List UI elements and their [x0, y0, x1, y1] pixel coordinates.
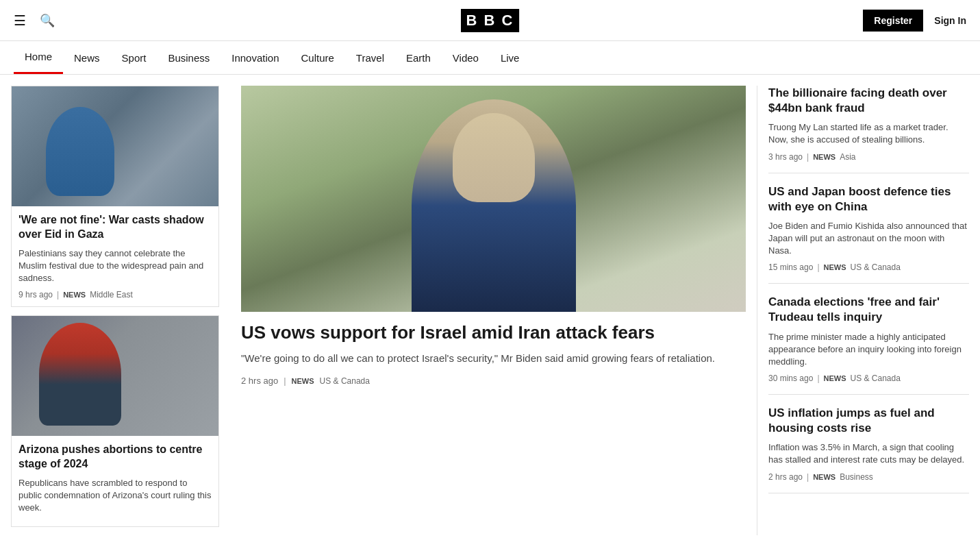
card-gaza-separator: |: [57, 290, 59, 299]
right-article-0-description: Truong My Lan started life as a market t…: [768, 121, 969, 146]
card-arizona-description: Republicans have scrambled to respond to…: [18, 477, 212, 515]
right-article-2-sep: |: [817, 374, 819, 383]
right-article-2-meta: 30 mins ago | NEWS US & Canada: [768, 374, 969, 383]
right-article-0-category: Asia: [840, 152, 855, 162]
right-article-0-meta: 3 hrs ago | NEWS Asia: [768, 152, 969, 162]
card-gaza-meta: 9 hrs ago | NEWS Middle East: [18, 290, 212, 299]
right-article-1-title: US and Japan boost defence ties with eye…: [768, 184, 969, 215]
right-article-0-time: 3 hrs ago: [768, 152, 803, 162]
card-arizona-content: Arizona pushes abortions to centre stage…: [12, 436, 218, 526]
card-gaza-content: 'We are not fine': War casts shadow over…: [12, 206, 218, 306]
register-button[interactable]: Register: [863, 10, 923, 32]
card-gaza-description: Palestinians say they cannot celebrate t…: [18, 247, 212, 285]
center-article-time: 2 hrs ago: [241, 376, 278, 386]
right-article-0-title: The billionaire facing death over $44bn …: [768, 86, 969, 116]
card-gaza[interactable]: 'We are not fine': War casts shadow over…: [11, 86, 219, 307]
right-article-1[interactable]: US and Japan boost defence ties with eye…: [768, 173, 969, 284]
right-article-2-tag: NEWS: [824, 374, 846, 382]
right-article-2-description: The prime minister made a highly anticip…: [768, 331, 969, 369]
nav-item-culture[interactable]: Culture: [290, 42, 345, 73]
header: ☰ 🔍 B B C Register Sign In: [0, 0, 980, 41]
right-article-0-sep: |: [807, 152, 809, 162]
bbc-logo-text: B B C: [461, 9, 520, 32]
right-article-2-category: US & Canada: [851, 374, 901, 383]
right-article-0-tag: NEWS: [813, 153, 835, 161]
card-gaza-image: [12, 86, 218, 206]
right-article-2-time: 30 mins ago: [768, 374, 813, 383]
center-article-title[interactable]: US vows support for Israel amid Iran att…: [241, 321, 746, 344]
nav-item-business[interactable]: Business: [157, 42, 221, 73]
right-article-1-sep: |: [817, 262, 819, 272]
center-article-tag: NEWS: [292, 377, 314, 385]
menu-icon[interactable]: ☰: [14, 12, 26, 29]
main-content: 'We are not fine': War casts shadow over…: [0, 75, 980, 538]
right-article-3-title: US inflation jumps as fuel and housing c…: [768, 406, 969, 436]
card-gaza-tag: NEWS: [63, 291, 86, 299]
nav-item-innovation[interactable]: Innovation: [221, 42, 290, 73]
header-left: ☰ 🔍: [14, 12, 55, 29]
right-article-3-category: Business: [840, 472, 873, 482]
right-article-3-meta: 2 hrs ago | NEWS Business: [768, 472, 969, 482]
nav-item-home[interactable]: Home: [14, 41, 63, 74]
header-right: Register Sign In: [863, 10, 966, 32]
center-column: US vows support for Israel amid Iran att…: [230, 86, 757, 535]
nav-item-travel[interactable]: Travel: [345, 42, 395, 73]
right-article-3[interactable]: US inflation jumps as fuel and housing c…: [768, 395, 969, 493]
right-article-3-time: 2 hrs ago: [768, 472, 803, 482]
right-article-2-title: Canada elections 'free and fair' Trudeau…: [768, 295, 969, 325]
nav: Home News Sport Business Innovation Cult…: [0, 41, 980, 75]
card-gaza-title: 'We are not fine': War casts shadow over…: [18, 213, 212, 242]
card-gaza-time: 9 hrs ago: [18, 290, 53, 299]
search-icon[interactable]: 🔍: [40, 13, 55, 28]
nav-item-video[interactable]: Video: [442, 42, 490, 73]
center-article-meta: 2 hrs ago | NEWS US & Canada: [241, 376, 746, 386]
right-column: The billionaire facing death over $44bn …: [757, 86, 969, 535]
card-arizona[interactable]: Arizona pushes abortions to centre stage…: [11, 315, 219, 527]
right-article-3-tag: NEWS: [813, 473, 835, 481]
nav-item-sport[interactable]: Sport: [111, 42, 158, 73]
center-article-description: "We're going to do all we can to protect…: [241, 351, 746, 367]
center-meta-separator: |: [284, 376, 286, 386]
nav-item-live[interactable]: Live: [490, 42, 531, 73]
signin-button[interactable]: Sign In: [934, 15, 966, 26]
center-article-image: [241, 86, 746, 312]
right-article-2[interactable]: Canada elections 'free and fair' Trudeau…: [768, 284, 969, 395]
right-article-0[interactable]: The billionaire facing death over $44bn …: [768, 86, 969, 173]
bbc-logo[interactable]: B B C: [461, 9, 520, 32]
nav-item-earth[interactable]: Earth: [395, 42, 442, 73]
right-article-1-tag: NEWS: [824, 263, 846, 271]
card-arizona-image: [12, 316, 218, 436]
right-article-1-time: 15 mins ago: [768, 262, 813, 272]
right-article-1-description: Joe Biden and Fumio Kishida also announc…: [768, 220, 969, 258]
center-article-category: US & Canada: [320, 376, 370, 386]
nav-item-news[interactable]: News: [63, 42, 111, 73]
right-article-1-category: US & Canada: [851, 262, 901, 272]
right-article-1-meta: 15 mins ago | NEWS US & Canada: [768, 262, 969, 272]
card-arizona-title: Arizona pushes abortions to centre stage…: [18, 443, 212, 472]
right-article-3-description: Inflation was 3.5% in March, a sign that…: [768, 441, 969, 466]
left-column: 'We are not fine': War casts shadow over…: [11, 86, 230, 535]
right-article-3-sep: |: [807, 472, 809, 482]
card-gaza-category: Middle East: [90, 290, 133, 299]
